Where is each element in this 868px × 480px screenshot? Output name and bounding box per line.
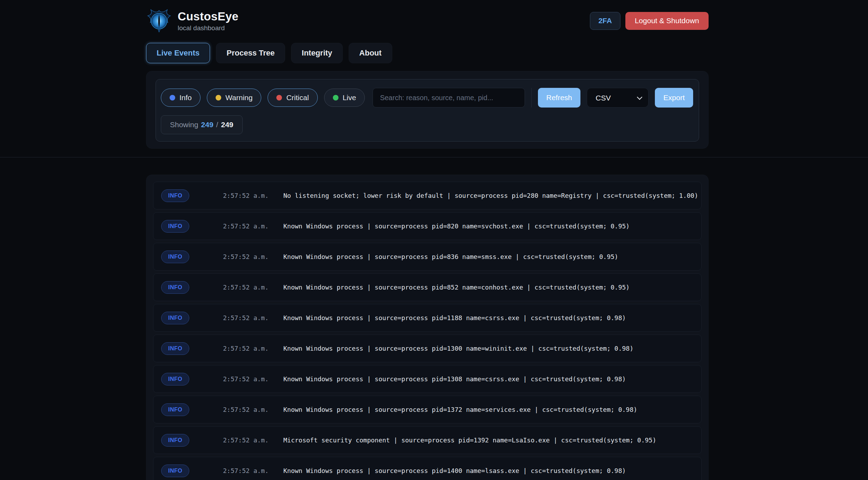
level-badge: INFO xyxy=(161,373,189,385)
event-message: Known Windows process | source=process p… xyxy=(283,314,701,322)
event-row[interactable]: INFO 2:57:52 a.m. Known Windows process … xyxy=(153,396,702,423)
filter-chip-live[interactable]: Live xyxy=(324,89,365,107)
level-badge: INFO xyxy=(161,281,189,294)
event-timestamp: 2:57:52 a.m. xyxy=(223,314,283,322)
event-row[interactable]: INFO 2:57:52 a.m. Known Windows process … xyxy=(153,212,702,240)
custoseye-logo-icon xyxy=(146,7,172,34)
tab-process-tree[interactable]: Process Tree xyxy=(216,43,285,63)
brand-text: CustosEye local dashboard xyxy=(178,10,238,32)
level-badge: INFO xyxy=(161,189,189,202)
showing-prefix: Showing xyxy=(170,121,198,129)
level-badge: INFO xyxy=(161,434,189,447)
filter-chip-label: Info xyxy=(179,93,192,102)
level-badge: INFO xyxy=(161,312,189,324)
event-row[interactable]: INFO 2:57:52 a.m. Known Windows process … xyxy=(153,335,702,362)
showing-separator: / xyxy=(216,121,218,129)
event-row[interactable]: INFO 2:57:52 a.m. Microsoft security com… xyxy=(153,426,702,454)
event-timestamp: 2:57:52 a.m. xyxy=(223,192,283,199)
export-format-select[interactable]: CSV xyxy=(587,88,649,108)
info-dot-icon xyxy=(170,95,175,100)
app-header: CustosEye local dashboard 2FA Logout & S… xyxy=(146,0,709,34)
event-message: Known Windows process | source=process p… xyxy=(283,406,701,413)
level-badge: INFO xyxy=(161,403,189,416)
showing-total-count: 249 xyxy=(221,121,233,129)
main-container: CustosEye local dashboard 2FA Logout & S… xyxy=(146,0,709,149)
event-message: Known Windows process | source=process p… xyxy=(283,222,701,230)
section-divider xyxy=(0,157,868,157)
event-message: Known Windows process | source=process p… xyxy=(283,345,701,352)
level-badge: INFO xyxy=(161,220,189,233)
export-button[interactable]: Export xyxy=(655,88,693,108)
event-timestamp: 2:57:52 a.m. xyxy=(223,253,283,260)
filter-chip-info[interactable]: Info xyxy=(161,89,200,107)
nav-tabs: Live Events Process Tree Integrity About xyxy=(146,43,709,63)
event-timestamp: 2:57:52 a.m. xyxy=(223,467,283,474)
event-list-panel: INFO 2:57:52 a.m. No listening socket; l… xyxy=(146,175,709,480)
twofa-button[interactable]: 2FA xyxy=(590,12,620,30)
event-message: Known Windows process | source=process p… xyxy=(283,284,701,291)
tab-live-events[interactable]: Live Events xyxy=(146,43,210,63)
event-row[interactable]: INFO 2:57:52 a.m. No listening socket; l… xyxy=(153,182,702,209)
tab-about[interactable]: About xyxy=(349,43,392,63)
critical-dot-icon xyxy=(276,95,282,100)
logout-shutdown-button[interactable]: Logout & Shutdown xyxy=(625,12,709,30)
event-timestamp: 2:57:52 a.m. xyxy=(223,406,283,413)
search-input[interactable] xyxy=(373,88,525,108)
event-message: Known Windows process | source=process p… xyxy=(283,375,701,383)
page-subtitle: local dashboard xyxy=(178,24,238,32)
showing-shown-count: 249 xyxy=(201,121,213,129)
filter-chip-warning[interactable]: Warning xyxy=(207,89,261,107)
event-row[interactable]: INFO 2:57:52 a.m. Known Windows process … xyxy=(153,243,702,271)
event-message: Microsoft security component | source=pr… xyxy=(283,436,701,444)
brand: CustosEye local dashboard xyxy=(146,7,238,34)
level-badge: INFO xyxy=(161,342,189,355)
header-actions: 2FA Logout & Shutdown xyxy=(590,12,709,30)
showing-counter: Showing 249 / 249 xyxy=(161,115,243,134)
event-message: Known Windows process | source=process p… xyxy=(283,253,701,260)
live-dot-icon xyxy=(333,95,338,100)
event-timestamp: 2:57:52 a.m. xyxy=(223,345,283,352)
event-message: No listening socket; lower risk by defau… xyxy=(283,192,701,199)
tab-integrity[interactable]: Integrity xyxy=(291,43,343,63)
event-timestamp: 2:57:52 a.m. xyxy=(223,284,283,291)
event-timestamp: 2:57:52 a.m. xyxy=(223,436,283,444)
event-row[interactable]: INFO 2:57:52 a.m. Known Windows process … xyxy=(153,457,702,480)
warning-dot-icon xyxy=(216,95,221,100)
refresh-button[interactable]: Refresh xyxy=(538,88,581,108)
export-format-select-wrap: CSV xyxy=(587,88,649,108)
event-row[interactable]: INFO 2:57:52 a.m. Known Windows process … xyxy=(153,365,702,393)
event-timestamp: 2:57:52 a.m. xyxy=(223,222,283,230)
event-timestamp: 2:57:52 a.m. xyxy=(223,375,283,383)
event-row[interactable]: INFO 2:57:52 a.m. Known Windows process … xyxy=(153,273,702,301)
level-badge: INFO xyxy=(161,465,189,477)
filter-panel-inner: Info Warning Critical Live Refresh xyxy=(156,79,699,142)
filter-chip-label: Critical xyxy=(286,93,309,102)
event-message: Known Windows process | source=process p… xyxy=(283,467,701,474)
filter-row: Info Warning Critical Live Refresh xyxy=(161,88,693,108)
event-row[interactable]: INFO 2:57:52 a.m. Known Windows process … xyxy=(153,304,702,332)
filter-chip-label: Live xyxy=(343,93,356,102)
filter-chip-critical[interactable]: Critical xyxy=(268,89,317,107)
toolbar-divider xyxy=(531,88,532,108)
filter-chip-label: Warning xyxy=(225,93,252,102)
level-badge: INFO xyxy=(161,251,189,263)
page-title: CustosEye xyxy=(178,10,238,23)
filter-panel: Info Warning Critical Live Refresh xyxy=(146,71,709,149)
